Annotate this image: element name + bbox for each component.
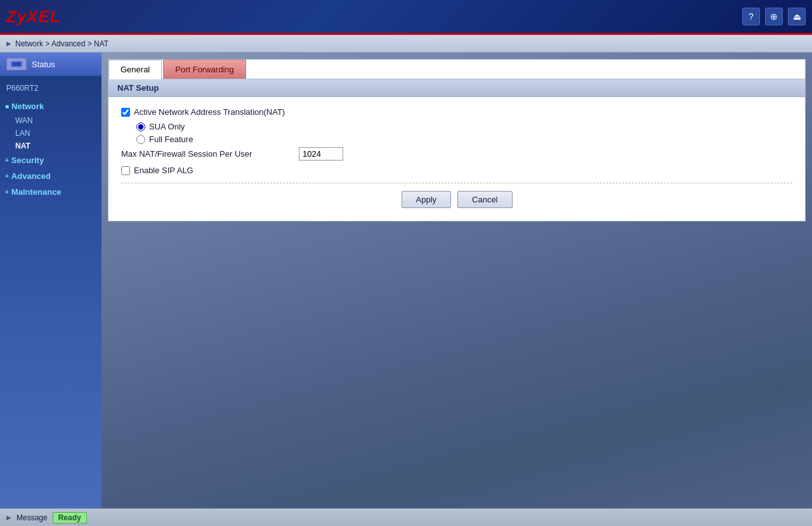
apply-button[interactable]: Apply — [402, 191, 452, 208]
security-expand-icon: + — [5, 157, 9, 164]
status-icon — [6, 58, 27, 70]
sidebar-item-network[interactable]: ■ Network — [0, 98, 102, 114]
active-nat-label: Active Network Address Translation(NAT) — [134, 107, 285, 117]
maintenance-expand-icon: + — [5, 188, 9, 195]
full-feature-row: Full Feature — [136, 135, 792, 144]
advanced-expand-icon: + — [5, 173, 9, 180]
device-label: P660RT2 — [0, 79, 102, 96]
max-session-label: Max NAT/Firewall Session Per User — [121, 149, 299, 159]
active-nat-checkbox[interactable] — [121, 108, 130, 117]
sidebar: Status P660RT2 ■ Network WAN LAN NAT + S… — [0, 53, 102, 508]
breadcrumb: Network > Advanced > NAT — [0, 35, 812, 53]
status-bar: Message Ready — [0, 508, 812, 526]
active-nat-row: Active Network Address Translation(NAT) — [121, 107, 792, 117]
sidebar-item-security[interactable]: + Security — [0, 152, 102, 168]
sua-only-row: SUA Only — [136, 122, 792, 131]
max-session-row: Max NAT/Firewall Session Per User — [121, 147, 792, 161]
layout: Status P660RT2 ■ Network WAN LAN NAT + S… — [0, 53, 812, 508]
sidebar-item-advanced[interactable]: + Advanced — [0, 168, 102, 184]
sidebar-item-nat[interactable]: NAT — [0, 140, 102, 152]
refresh-icon[interactable]: ⊕ — [765, 8, 783, 25]
tab-port-forwarding[interactable]: Port Forwarding — [163, 60, 246, 79]
full-feature-label: Full Feature — [149, 135, 193, 144]
sua-only-radio[interactable] — [136, 122, 145, 131]
header: ZyXEL ? ⊕ ⏏ — [0, 0, 812, 35]
help-icon[interactable]: ? — [742, 8, 760, 25]
content-panel: General Port Forwarding NAT Setup Active… — [108, 59, 806, 221]
nat-setup-body: Active Network Address Translation(NAT) … — [108, 97, 805, 221]
sip-alg-label: Enable SIP ALG — [134, 166, 193, 175]
sidebar-item-maintenance[interactable]: + Maintenance — [0, 184, 102, 200]
status-button[interactable]: Status — [0, 53, 102, 76]
svg-rect-1 — [12, 62, 21, 66]
sidebar-network-label: Network — [11, 102, 44, 111]
nat-setup-title: NAT Setup — [108, 79, 805, 97]
tab-general[interactable]: General — [108, 60, 162, 79]
cancel-button[interactable]: Cancel — [457, 191, 512, 208]
sidebar-item-lan[interactable]: LAN — [0, 127, 102, 140]
full-feature-radio[interactable] — [136, 135, 145, 144]
logo: ZyXEL — [6, 7, 61, 27]
logo-text: ZyXEL — [6, 7, 61, 26]
sidebar-maintenance-label: Maintenance — [11, 187, 62, 197]
sidebar-item-wan[interactable]: WAN — [0, 114, 102, 127]
max-session-input[interactable] — [299, 147, 343, 161]
button-row: Apply Cancel — [121, 191, 792, 208]
sua-only-label: SUA Only — [149, 122, 185, 131]
network-expand-icon: ■ — [5, 103, 9, 110]
sidebar-security-label: Security — [11, 155, 44, 165]
tab-bar: General Port Forwarding — [108, 60, 805, 79]
status-label: Status — [32, 60, 55, 69]
status-message: Ready — [53, 512, 87, 523]
logout-icon[interactable]: ⏏ — [788, 8, 806, 25]
message-label: Message — [16, 513, 48, 522]
sip-alg-row: Enable SIP ALG — [121, 166, 792, 175]
sip-alg-checkbox[interactable] — [121, 166, 130, 175]
sidebar-section-device: P660RT2 — [0, 76, 102, 98]
main-content: General Port Forwarding NAT Setup Active… — [102, 53, 812, 508]
divider — [121, 183, 792, 183]
header-icons: ? ⊕ ⏏ — [742, 8, 806, 25]
sidebar-advanced-label: Advanced — [11, 171, 51, 181]
breadcrumb-text: Network > Advanced > NAT — [15, 39, 108, 48]
